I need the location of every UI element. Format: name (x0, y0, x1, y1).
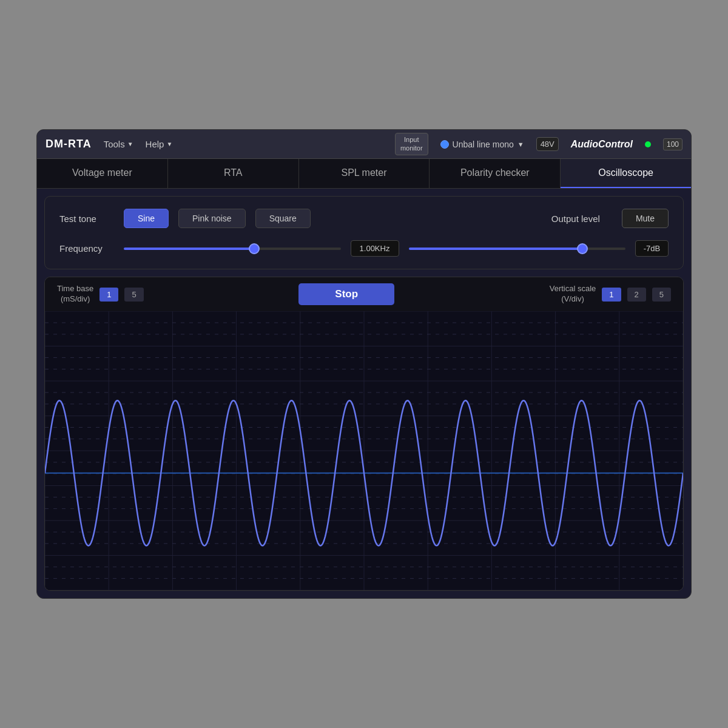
tone-pink-noise-button[interactable]: Pink noise (178, 209, 246, 228)
menu-tools[interactable]: Tools ▼ (104, 139, 133, 149)
frequency-slider-container (124, 248, 341, 250)
oscilloscope-display (45, 311, 683, 590)
brand-logo: AudioControl (571, 139, 633, 150)
vertical-scale-5-button[interactable]: 5 (652, 288, 671, 302)
controls-panel: Test tone Sine Pink noise Square Output … (44, 196, 684, 269)
input-indicator-icon (440, 140, 449, 149)
time-base-5-button[interactable]: 5 (124, 288, 143, 302)
level-badge: 100 (663, 138, 682, 150)
tools-chevron-icon: ▼ (127, 141, 133, 147)
test-tone-label: Test tone (59, 214, 114, 224)
power-indicator-icon (645, 141, 651, 147)
input-source-label: Unbal line mono (453, 140, 514, 149)
oscilloscope-panel: Time base (mS/div) 1 5 Stop Vertical sca… (44, 277, 684, 591)
frequency-display: 1.00KHz (351, 240, 399, 257)
menu-tools-label: Tools (104, 139, 125, 149)
tab-rta[interactable]: RTA (168, 159, 299, 188)
input-source-container: Unbal line mono ▼ (440, 140, 524, 149)
stop-button[interactable]: Stop (298, 283, 394, 305)
db-slider-track[interactable] (409, 248, 626, 250)
mute-button[interactable]: Mute (622, 209, 669, 228)
tab-oscilloscope[interactable]: Oscilloscope (561, 159, 691, 188)
frequency-slider-thumb[interactable] (249, 243, 260, 254)
db-display: -7dB (635, 240, 669, 257)
vertical-scale-1-button[interactable]: 1 (602, 288, 621, 302)
menu-help-label: Help (146, 139, 164, 149)
help-chevron-icon: ▼ (166, 141, 172, 147)
input-monitor-button[interactable]: Input monitor (395, 133, 428, 155)
phantom-power-badge: 48V (536, 137, 559, 151)
osc-toolbar: Time base (mS/div) 1 5 Stop Vertical sca… (45, 277, 683, 311)
menu-bar: DM-RTA Tools ▼ Help ▼ Input monitor Unba… (37, 130, 691, 159)
tab-bar: Voltage meter RTA SPL meter Polarity che… (37, 159, 691, 189)
input-dropdown-icon[interactable]: ▼ (517, 141, 524, 148)
vertical-scale-label: Vertical scale (V/div) (550, 284, 596, 305)
menu-help[interactable]: Help ▼ (146, 139, 173, 149)
tone-square-button[interactable]: Square (255, 209, 311, 228)
output-level-label: Output level (551, 214, 600, 224)
controls-row-1: Test tone Sine Pink noise Square Output … (59, 209, 669, 228)
vertical-scale-2-button[interactable]: 2 (627, 288, 646, 302)
brand-name: AudioControl (571, 139, 633, 149)
frequency-label: Frequency (59, 243, 114, 254)
oscilloscope-canvas (45, 311, 683, 590)
app-container: DM-RTA Tools ▼ Help ▼ Input monitor Unba… (36, 129, 692, 599)
time-base-1-button[interactable]: 1 (99, 288, 118, 302)
controls-row-2: Frequency 1.00KHz -7dB (59, 240, 669, 257)
db-slider-container (409, 248, 626, 250)
app-title: DM-RTA (46, 138, 92, 150)
frequency-slider-track[interactable] (124, 248, 341, 250)
tone-sine-button[interactable]: Sine (124, 209, 169, 228)
db-slider-thumb[interactable] (577, 243, 588, 254)
time-base-label: Time base (mS/div) (57, 284, 93, 305)
tab-spl-meter[interactable]: SPL meter (299, 159, 430, 188)
tab-voltage-meter[interactable]: Voltage meter (37, 159, 168, 188)
tab-polarity-checker[interactable]: Polarity checker (430, 159, 561, 188)
